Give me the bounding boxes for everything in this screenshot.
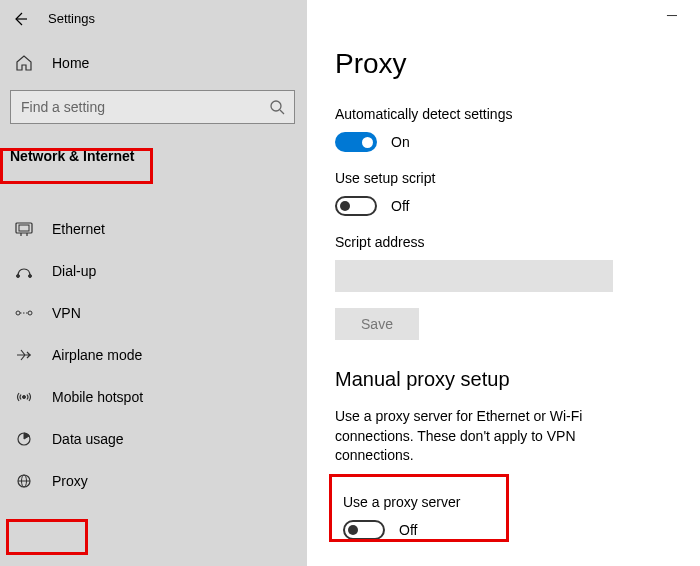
svg-point-8 <box>16 311 20 315</box>
search-box[interactable] <box>10 90 295 124</box>
sidebar-item-ethernet[interactable]: Ethernet <box>0 208 307 250</box>
annotation-highlight <box>6 519 88 555</box>
sidebar-item-dialup[interactable]: Dial-up <box>0 250 307 292</box>
home-label: Home <box>52 55 89 71</box>
nav-label: Dial-up <box>52 263 96 279</box>
nav-label: Airplane mode <box>52 347 142 363</box>
sidebar: Settings Home Network & Internet Etherne… <box>0 0 307 566</box>
airplane-icon <box>14 347 34 363</box>
svg-point-0 <box>271 101 281 111</box>
window-controls: ─ <box>654 6 690 24</box>
auto-detect-state: On <box>391 134 410 150</box>
svg-point-11 <box>23 396 26 399</box>
use-script-toggle-row: Off <box>335 196 700 216</box>
nav-label: Data usage <box>52 431 124 447</box>
window-title: Settings <box>48 11 95 26</box>
nav-label: Mobile hotspot <box>52 389 143 405</box>
back-button[interactable] <box>10 9 30 27</box>
use-script-state: Off <box>391 198 409 214</box>
auto-detect-label: Automatically detect settings <box>335 106 700 122</box>
use-proxy-state: Off <box>399 522 417 538</box>
script-address-input[interactable] <box>335 260 613 292</box>
script-address-label: Script address <box>335 234 700 250</box>
section-title: Network & Internet <box>0 140 307 172</box>
home-icon <box>14 54 34 72</box>
vpn-icon <box>14 305 34 321</box>
minimize-button[interactable]: ─ <box>654 7 690 23</box>
titlebar: Settings <box>0 0 307 36</box>
manual-proxy-desc: Use a proxy server for Ethernet or Wi-Fi… <box>335 407 655 466</box>
use-proxy-toggle-row: Off <box>343 520 460 540</box>
sidebar-item-hotspot[interactable]: Mobile hotspot <box>0 376 307 418</box>
home-nav[interactable]: Home <box>0 36 307 90</box>
nav-label: Ethernet <box>52 221 105 237</box>
dialup-icon <box>14 263 34 279</box>
svg-rect-3 <box>19 225 29 231</box>
use-script-label: Use setup script <box>335 170 700 186</box>
page-title: Proxy <box>335 0 700 106</box>
nav-list: Ethernet Dial-up VPN Airplane mode Mobil… <box>0 208 307 502</box>
settings-window: Settings Home Network & Internet Etherne… <box>0 0 700 566</box>
ethernet-icon <box>14 221 34 237</box>
manual-proxy-heading: Manual proxy setup <box>335 368 700 391</box>
use-proxy-label: Use a proxy server <box>343 494 460 510</box>
content-pane: ─ Proxy Automatically detect settings On… <box>307 0 700 566</box>
sidebar-item-airplane[interactable]: Airplane mode <box>0 334 307 376</box>
use-proxy-block: Use a proxy server Off <box>335 486 472 550</box>
sidebar-item-datausage[interactable]: Data usage <box>0 418 307 460</box>
search-input[interactable] <box>11 91 294 123</box>
hotspot-icon <box>14 389 34 405</box>
svg-line-1 <box>280 110 284 114</box>
sidebar-item-proxy[interactable]: Proxy <box>0 460 307 502</box>
auto-detect-toggle[interactable] <box>335 132 377 152</box>
use-script-toggle[interactable] <box>335 196 377 216</box>
use-proxy-toggle[interactable] <box>343 520 385 540</box>
globe-icon <box>14 473 34 489</box>
search-wrap <box>0 90 307 140</box>
svg-point-6 <box>17 275 20 278</box>
nav-label: Proxy <box>52 473 88 489</box>
save-button[interactable]: Save <box>335 308 419 340</box>
svg-point-7 <box>29 275 32 278</box>
auto-detect-toggle-row: On <box>335 132 700 152</box>
nav-label: VPN <box>52 305 81 321</box>
search-icon <box>268 98 286 120</box>
sidebar-item-vpn[interactable]: VPN <box>0 292 307 334</box>
svg-point-9 <box>28 311 32 315</box>
data-usage-icon <box>14 431 34 447</box>
